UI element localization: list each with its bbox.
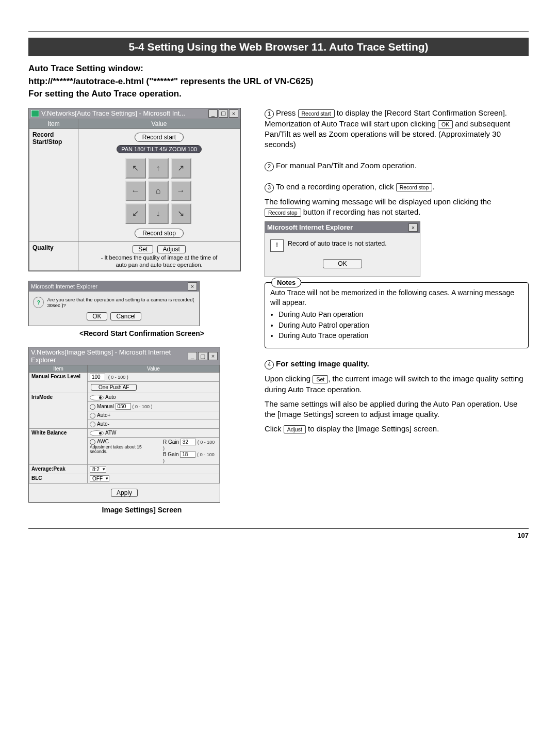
intro-line-1: Auto Trace Setting window:	[28, 62, 529, 75]
at-row1-label: Record Start/Stop	[29, 128, 78, 242]
record-stop-chip-2: Record stop	[265, 208, 301, 217]
step-2: 2For manual Pan/Tilt and Zoom operation.	[265, 160, 529, 171]
at-hdr-value: Value	[78, 119, 240, 128]
iris-auto-radio[interactable]	[90, 395, 104, 400]
auto-trace-titlebar: V.Networks[Auto Trace Settings] - Micros…	[29, 108, 240, 119]
step-3-marker: 3	[265, 183, 274, 192]
ok-chip: OK	[438, 120, 453, 128]
image-settings-caption: Image Settings] Screen	[28, 506, 255, 514]
confirm-close-icon[interactable]: ×	[188, 282, 197, 291]
blc-select[interactable]: OFF	[90, 475, 109, 482]
ptz-position: PAN 180/ TILT 45/ ZOOM 100	[117, 145, 202, 153]
quality-note-1: - It becomes the quality of image at the…	[81, 254, 237, 262]
step-4: 4For setting image quality. Upon clickin…	[265, 359, 529, 434]
confirm-cancel-button[interactable]: Cancel	[110, 312, 141, 320]
notes-item: During Auto Pan operation	[278, 310, 523, 319]
ie-icon	[31, 110, 39, 117]
at-hdr-item: Item	[29, 119, 78, 128]
top-divider	[28, 31, 529, 31]
notes-item: During Auto Trace operation	[278, 331, 523, 341]
auto-trace-window: V.Networks[Auto Trace Settings] - Micros…	[28, 108, 241, 272]
auto-trace-title: V.Networks[Auto Trace Settings] - Micros…	[41, 109, 208, 117]
page-number: 107	[28, 532, 529, 539]
row-blc-label: BLC	[29, 474, 88, 483]
img-title: V.Networks[Image Settings] - Microsoft I…	[31, 348, 188, 364]
step-2-marker: 2	[265, 162, 274, 171]
image-settings-table: Item Value Manual Focus Level 100 ( 0 - …	[29, 365, 220, 483]
quality-adjust-button[interactable]: Adjust	[157, 245, 186, 253]
maximize-icon[interactable]: ▢	[219, 109, 228, 118]
rgain-input[interactable]: 32	[181, 439, 196, 445]
minimize-icon[interactable]: _	[208, 109, 218, 118]
image-settings-window: V.Networks[Image Settings] - Microsoft I…	[28, 347, 220, 502]
iris-autoplus-radio[interactable]	[90, 413, 95, 419]
warning-title: Microsoft Internet Explorer	[267, 223, 408, 232]
iris-manual-radio[interactable]	[90, 404, 95, 410]
auto-trace-table: Item Value Record Start/Stop Record star…	[29, 119, 240, 271]
notes-list: During Auto Pan operation During Auto Pa…	[278, 310, 523, 341]
at-row2-label: Quality	[29, 242, 78, 271]
notes-box: Notes Auto Trace will not be memorized i…	[265, 282, 529, 348]
mfl-input[interactable]: 100	[90, 374, 105, 380]
confirm-title: Microsoft Internet Explorer	[31, 283, 188, 289]
set-chip: Set	[313, 375, 328, 383]
one-push-af-button[interactable]: One Push AF	[91, 384, 137, 391]
warning-dialog: Microsoft Internet Explorer × ! Record o…	[265, 221, 420, 277]
adjust-chip: Adjust	[284, 425, 306, 433]
intro-line-2: http://******/autotrace-e.html ("******"…	[28, 75, 529, 88]
record-start-button[interactable]: Record start	[135, 133, 184, 142]
record-start-confirm-dialog: Microsoft Internet Explorer × ? Are you …	[28, 281, 200, 326]
ptz-down[interactable]: ↓	[148, 203, 169, 224]
intro-line-3: For setting the Auto Trace operation.	[28, 88, 529, 101]
row-iris-label: IrisMode	[29, 393, 88, 429]
confirm-caption: <Record Start Confirmation Screen>	[28, 329, 255, 337]
ptz-home[interactable]: ⌂	[148, 181, 169, 201]
confirm-titlebar: Microsoft Internet Explorer ×	[29, 281, 199, 292]
img-hdr-value: Value	[88, 365, 220, 373]
quality-set-button[interactable]: Set	[133, 245, 153, 253]
img-minimize-icon[interactable]: _	[188, 352, 197, 360]
record-start-chip: Record start	[298, 109, 335, 118]
step-3: 3To end a recording operation, click Rec…	[265, 182, 529, 349]
img-maximize-icon[interactable]: ▢	[198, 352, 207, 360]
awc-note: Adjustment takes about 15 seconds.	[90, 445, 160, 454]
section-title: 5-4 Setting Using the Web Browser 11. Au…	[28, 38, 529, 56]
right-column: 1Press Record start to display the [Reco…	[265, 108, 529, 514]
record-stop-button[interactable]: Record stop	[135, 229, 184, 238]
bottom-divider	[28, 528, 529, 529]
warning-ok-button[interactable]: OK	[323, 259, 362, 268]
ptz-left[interactable]: ←	[125, 181, 146, 201]
notes-lead: Auto Trace will not be memorized in the …	[270, 288, 523, 308]
notes-item: During Auto Patrol operation	[278, 320, 523, 330]
step-4-heading: For setting image quality.	[276, 359, 369, 368]
step-4-marker: 4	[265, 360, 274, 369]
ptz-up-left[interactable]: ↖	[125, 158, 146, 179]
iris-autominus-radio[interactable]	[90, 422, 95, 427]
confirm-message: Are you sure that the operation and sett…	[47, 297, 195, 308]
warning-icon: !	[270, 239, 284, 252]
ptz-down-right[interactable]: ↘	[171, 203, 191, 224]
wb-atw-radio[interactable]	[90, 430, 104, 436]
iris-manual-input[interactable]: 050	[116, 403, 131, 410]
ptz-right[interactable]: →	[171, 181, 191, 201]
img-close-icon[interactable]: ×	[208, 352, 218, 360]
step-1-marker: 1	[265, 109, 274, 119]
notes-label: Notes	[271, 278, 301, 288]
ptz-down-left[interactable]: ↙	[125, 203, 146, 224]
ptz-up[interactable]: ↑	[148, 158, 169, 179]
img-hdr-item: Item	[29, 365, 88, 373]
ptz-up-right[interactable]: ↗	[171, 158, 191, 179]
image-apply-button[interactable]: Apply	[111, 489, 138, 497]
confirm-ok-button[interactable]: OK	[87, 312, 107, 320]
close-icon[interactable]: ×	[229, 109, 238, 118]
bgain-input[interactable]: 18	[180, 451, 195, 458]
warning-close-icon[interactable]: ×	[408, 223, 418, 232]
record-stop-chip-1: Record stop	[396, 183, 433, 191]
quality-note-2: auto pan and auto trace operation.	[81, 262, 237, 269]
row-ap-label: Average:Peak	[29, 464, 88, 474]
ap-select[interactable]: 8:2	[90, 466, 106, 473]
step-1: 1Press Record start to display the [Reco…	[265, 108, 529, 150]
img-titlebar: V.Networks[Image Settings] - Microsoft I…	[29, 347, 220, 365]
row-mfl-value: 100 ( 0 - 100 )	[88, 373, 220, 382]
question-icon: ?	[33, 297, 44, 308]
